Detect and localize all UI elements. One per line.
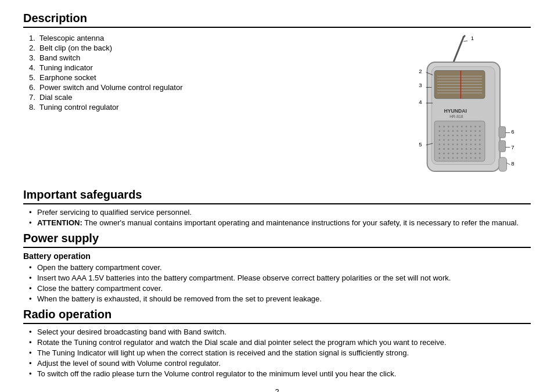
svg-rect-15 [434, 121, 485, 161]
svg-rect-97 [499, 141, 506, 152]
svg-point-63 [470, 143, 472, 145]
svg-text:3: 3 [419, 82, 422, 88]
svg-point-30 [456, 130, 458, 132]
svg-point-51 [461, 139, 463, 141]
svg-point-65 [479, 143, 481, 145]
svg-point-61 [461, 143, 463, 145]
svg-point-29 [452, 130, 454, 132]
svg-point-42 [466, 135, 467, 136]
svg-point-74 [474, 148, 476, 150]
svg-point-50 [456, 139, 458, 141]
svg-point-38 [448, 135, 449, 136]
description-items: 1. Telescopic antenna2. Belt clip (on th… [23, 34, 357, 112]
radio-item: Rotate the Tuning control regulator and … [29, 338, 531, 347]
svg-point-92 [466, 157, 467, 159]
svg-point-54 [474, 139, 476, 141]
description-item: 4. Tuning indicator [29, 63, 357, 72]
svg-rect-96 [499, 127, 506, 138]
svg-point-68 [448, 148, 449, 150]
svg-point-55 [479, 139, 481, 141]
radio-operation-section: Radio operation Select your desired broa… [23, 308, 531, 378]
description-list-area: 1. Telescopic antenna2. Belt clip (on th… [23, 31, 357, 182]
svg-line-114 [507, 163, 510, 165]
description-item: 5. Earphone socket [29, 73, 357, 82]
svg-point-53 [470, 139, 472, 141]
svg-text:1: 1 [471, 35, 474, 41]
battery-item: Open the battery compartment cover. [29, 263, 531, 272]
svg-point-18 [448, 125, 449, 127]
svg-point-46 [438, 139, 440, 141]
svg-point-34 [474, 130, 476, 132]
radio-item: Select your desired broadcasting band wi… [29, 328, 531, 336]
safeguards-list: Prefer servicing to qualified service pe… [23, 208, 531, 227]
svg-point-78 [448, 153, 449, 154]
svg-point-95 [479, 157, 481, 159]
svg-point-25 [479, 125, 481, 127]
attention-text: The owner's manual contains important op… [84, 218, 519, 227]
svg-rect-98 [499, 157, 507, 171]
radio-operation-title: Radio operation [23, 308, 531, 324]
svg-point-87 [443, 157, 445, 159]
battery-item: When the battery is exhausted, it should… [29, 294, 531, 303]
radio-illustration: HYUNDAI HR-818 [374, 31, 531, 188]
svg-point-58 [448, 143, 449, 145]
svg-point-75 [479, 148, 481, 150]
svg-point-72 [466, 148, 467, 150]
svg-point-70 [456, 148, 458, 150]
description-item: 1. Telescopic antenna [29, 34, 357, 42]
svg-point-48 [448, 139, 449, 141]
svg-point-47 [443, 139, 445, 141]
description-content: 1. Telescopic antenna2. Belt clip (on th… [23, 31, 531, 182]
svg-point-59 [452, 143, 454, 145]
svg-point-67 [443, 148, 445, 150]
svg-point-23 [470, 125, 472, 127]
page-number: 2 [23, 387, 531, 392]
svg-point-93 [470, 157, 472, 159]
radio-item: To switch off the radio please turn the … [29, 369, 531, 378]
svg-point-17 [443, 125, 445, 127]
svg-point-41 [461, 135, 463, 136]
radio-item: Adjust the level of sound with Volume co… [29, 359, 531, 368]
description-item: 3. Band switch [29, 53, 357, 62]
svg-point-22 [466, 125, 467, 127]
svg-point-56 [438, 143, 440, 145]
svg-point-66 [438, 148, 440, 150]
svg-point-81 [461, 153, 463, 154]
svg-line-100 [463, 41, 467, 41]
svg-point-43 [470, 135, 472, 136]
svg-point-45 [479, 135, 481, 136]
svg-line-1 [463, 36, 465, 37]
svg-point-86 [438, 157, 440, 159]
svg-point-62 [466, 143, 467, 145]
svg-point-64 [474, 143, 476, 145]
description-item: 7. Dial scale [29, 93, 357, 102]
svg-text:2: 2 [419, 68, 422, 74]
svg-text:7: 7 [511, 143, 514, 150]
svg-point-57 [443, 143, 445, 145]
svg-point-28 [448, 130, 449, 132]
svg-point-31 [461, 130, 463, 132]
svg-point-33 [470, 130, 472, 132]
svg-point-27 [443, 130, 445, 132]
svg-point-40 [456, 135, 458, 136]
svg-point-88 [448, 157, 449, 159]
description-section: Description 1. Telescopic antenna2. Belt… [23, 12, 531, 182]
svg-point-69 [452, 148, 454, 150]
svg-point-36 [438, 135, 440, 136]
svg-point-60 [456, 143, 458, 145]
battery-subtitle: Battery operation [23, 251, 531, 261]
safeguard-item-1: Prefer servicing to qualified service pe… [29, 208, 531, 217]
radio-image-area: HYUNDAI HR-818 [368, 31, 531, 182]
attention-label: ATTENTION: [37, 218, 82, 227]
svg-point-94 [474, 157, 476, 159]
svg-point-79 [452, 153, 454, 154]
safeguard-item-2: ATTENTION: The owner's manual contains i… [29, 218, 531, 227]
svg-point-77 [443, 153, 445, 154]
power-supply-title: Power supply [23, 232, 531, 248]
svg-text:4: 4 [419, 99, 422, 105]
svg-text:8: 8 [511, 160, 514, 167]
svg-text:HYUNDAI: HYUNDAI [444, 108, 467, 114]
svg-text:5: 5 [419, 141, 422, 148]
svg-point-73 [470, 148, 472, 150]
description-item: 6. Power switch and Volume control regul… [29, 83, 357, 92]
